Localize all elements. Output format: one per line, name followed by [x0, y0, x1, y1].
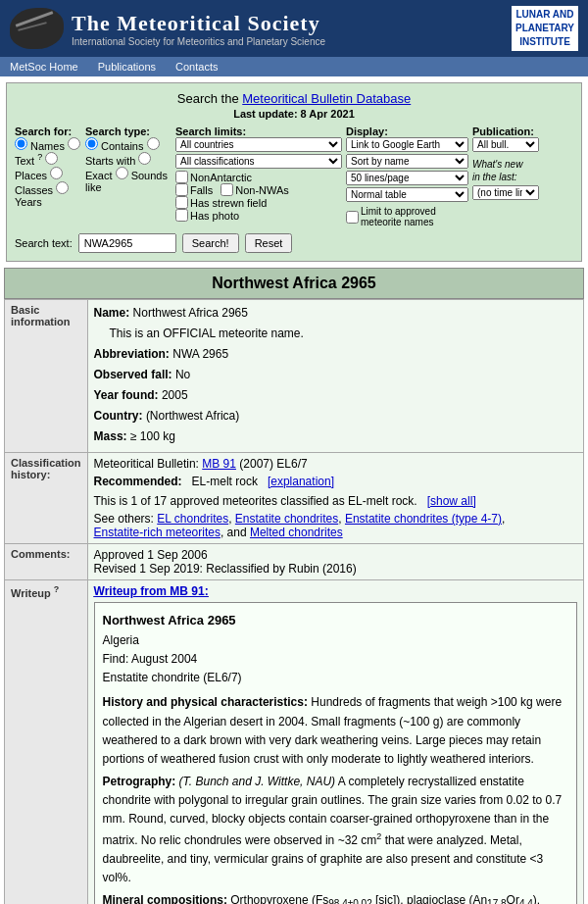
whats-new-select[interactable]: (no time limit)	[472, 185, 539, 200]
radio-names-input[interactable]	[15, 137, 27, 150]
radio-contains[interactable]: Contains	[85, 140, 143, 152]
cb-approved-input[interactable]	[346, 211, 359, 224]
writeup-petro-authors: (T. Bunch and J. Wittke, NAU)	[179, 775, 336, 788]
radio-soundslike-input[interactable]	[116, 167, 128, 179]
mb91-link[interactable]: MB 91	[202, 457, 236, 471]
radio-startswith-input[interactable]	[147, 137, 160, 150]
radio-names[interactable]: Names	[15, 140, 65, 152]
search-type-label: Search type:	[85, 126, 172, 137]
nav-contacts[interactable]: Contacts	[166, 57, 227, 76]
comment1: Approved 1 Sep 2006	[94, 548, 577, 562]
lpi-text: LUNAR ANDPLANETARYINSTITUTE	[515, 8, 574, 49]
year-found-label: Year found:	[94, 388, 159, 402]
cb-strewnfield[interactable]: Has strewn field	[175, 196, 342, 209]
search-container: Search the Meteoritical Bulletin Databas…	[6, 82, 582, 262]
search-title: Search the Meteoritical Bulletin Databas…	[15, 91, 573, 106]
sort-select[interactable]: Sort by name	[346, 154, 468, 169]
publication-label: Publication:	[472, 126, 539, 137]
comments-cell: Approved 1 Sep 2006 Revised 1 Sep 2019: …	[87, 544, 583, 580]
lpi-logo: LUNAR ANDPLANETARYINSTITUTE	[512, 6, 578, 51]
lines-select[interactable]: 50 lines/page	[346, 171, 468, 185]
writeup-from[interactable]: Writeup from MB 91:	[94, 584, 577, 598]
comments-label: Comments:	[5, 544, 88, 580]
basic-info-row: Basicinformation Name: Northwest Africa …	[5, 300, 584, 453]
writeup-from-link[interactable]: Writeup from MB 91:	[94, 584, 209, 598]
radio-text-input[interactable]	[68, 137, 80, 150]
mass: ≥ 100 kg	[130, 429, 175, 443]
writeup-box: Northwest Africa 2965 Algeria Find: Augu…	[94, 602, 577, 904]
mb-class: EL6/7	[276, 457, 307, 471]
info-table: Basicinformation Name: Northwest Africa …	[4, 299, 584, 904]
publication-select[interactable]: All bull.	[472, 137, 539, 152]
reset-button[interactable]: Reset	[245, 233, 293, 253]
radio-exact-input[interactable]	[138, 152, 151, 165]
writeup-mineral-para: Mineral compositions: Orthopyroxene (Fs9…	[103, 891, 568, 904]
cb-nonnwas[interactable]: Non-NWAs	[220, 183, 289, 196]
mb-year: (2007)	[239, 457, 273, 471]
cb-falls-input[interactable]	[175, 183, 188, 196]
publication-col: Publication: All bull. What's newin the …	[472, 126, 539, 227]
cb-falls[interactable]: Falls	[175, 183, 213, 196]
writeup-history-para: History and physical characteristics: Hu…	[103, 693, 568, 769]
writeup-cell: Writeup from MB 91: Northwest Africa 296…	[87, 580, 583, 905]
search-for-col: Search for: Names Text ? Places Classes …	[15, 126, 81, 227]
cb-photo[interactable]: Has photo	[175, 209, 342, 222]
radio-years-input[interactable]	[56, 181, 69, 194]
writeup-petro-label: Petrography:	[103, 775, 176, 788]
nav-publications[interactable]: Publications	[88, 57, 166, 76]
radio-contains-input[interactable]	[85, 137, 98, 150]
abbreviation: NWA 2965	[172, 347, 228, 361]
show-all-link[interactable]: [show all]	[427, 494, 476, 508]
radio-places-input[interactable]	[45, 152, 58, 165]
table-select[interactable]: Normal table	[346, 187, 468, 202]
related-enstatite-type47[interactable]: Enstatite chondrites (type 4-7)	[345, 512, 502, 526]
writeup-type: Enstatite chondrite (EL6/7)	[103, 669, 568, 687]
bulletin-ref: Meteoritical Bulletin:	[94, 457, 199, 471]
cb-nonantarctic[interactable]: NonAntarctic	[175, 171, 342, 183]
writeup-history-label: History and physical characteristics:	[103, 695, 308, 709]
limit-approved-label: Limit to approved meteorite names	[361, 206, 468, 227]
search-button[interactable]: Search!	[182, 233, 239, 253]
search-input[interactable]	[78, 233, 176, 253]
search-type-col: Search type: Contains Starts with Exact …	[85, 126, 172, 227]
navbar: MetSoc Home Publications Contacts	[0, 57, 588, 76]
related-melted-chondrites[interactable]: Melted chondrites	[250, 526, 343, 539]
classification-select[interactable]: All classifications	[175, 154, 342, 169]
country-select[interactable]: All countries	[175, 137, 342, 152]
meteorite-title: Northwest Africa 2965	[4, 268, 584, 299]
meteor-name: Northwest Africa 2965	[133, 306, 248, 320]
nav-metsoc-home[interactable]: MetSoc Home	[0, 57, 88, 76]
writeup-petro-text: A completely recrystallized enstatite ch…	[103, 775, 563, 884]
writeup-label: Writeup ?	[5, 580, 88, 905]
related-el-chondrites[interactable]: EL chondrites	[157, 512, 228, 526]
cb-nonnwas-input[interactable]	[220, 183, 233, 196]
cb-photo-input[interactable]	[175, 209, 188, 222]
classification-row: Classificationhistory: Meteoritical Bull…	[5, 453, 584, 544]
cb-approved[interactable]: Limit to approved meteorite names	[346, 206, 468, 227]
observed-fall: No	[175, 368, 190, 381]
google-earth-select[interactable]: Link to Google Earth	[346, 137, 468, 152]
cb-strewnfield-input[interactable]	[175, 196, 188, 209]
search-limits-label: Search limits:	[175, 126, 342, 137]
bulletin-db-link[interactable]: Meteoritical Bulletin Database	[242, 91, 411, 106]
comments-row: Comments: Approved 1 Sep 2006 Revised 1 …	[5, 544, 584, 580]
explanation-link[interactable]: [explanation]	[268, 475, 334, 488]
basic-info-label: Basicinformation	[5, 300, 88, 453]
writeup-meteor-name: Northwest Africa 2965	[103, 611, 568, 631]
class-note-text: This is 1 of 17 approved meteorites clas…	[94, 494, 417, 508]
related-enstatite-rich[interactable]: Enstatite-rich meteorites	[94, 526, 220, 539]
abbr-label: Abbreviation:	[94, 347, 170, 361]
society-name: The Meteoritical Society	[72, 11, 325, 36]
related-enstatite-chondrites[interactable]: Enstatite chondrites	[235, 512, 338, 526]
society-branding: The Meteoritical Society International S…	[72, 11, 325, 47]
cb-nonantarctic-input[interactable]	[175, 171, 188, 183]
observed-fall-label: Observed fall:	[94, 368, 172, 381]
recommended-label: Recommended:	[94, 475, 182, 488]
classification-cell: Meteoritical Bulletin: MB 91 (2007) EL6/…	[87, 453, 583, 544]
whats-new-label: What's newin the last:	[472, 158, 539, 183]
see-others: See others: EL chondrites, Enstatite cho…	[94, 512, 577, 539]
writeup-location: Algeria	[103, 631, 568, 650]
radio-classes-input[interactable]	[50, 167, 63, 179]
search-for-label: Search for:	[15, 126, 81, 137]
writeup-petro-para: Petrography: (T. Bunch and J. Wittke, NA…	[103, 773, 568, 887]
